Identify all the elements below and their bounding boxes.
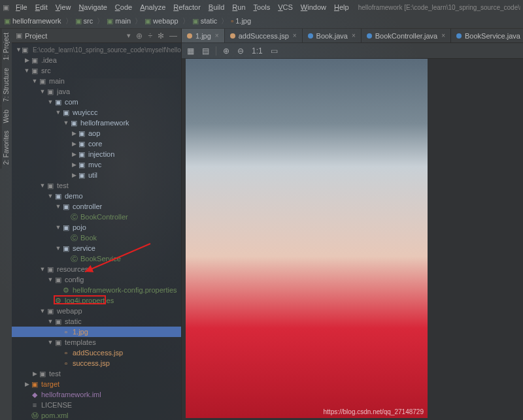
- close-icon[interactable]: ×: [441, 32, 445, 39]
- tree-node[interactable]: ⒸBookService: [12, 253, 181, 264]
- tree-node[interactable]: ▼▣pojo: [12, 222, 181, 233]
- expand-arrow-icon[interactable]: ▼: [39, 308, 46, 314]
- tree-node[interactable]: ▶▣util: [12, 170, 181, 180]
- tree-node[interactable]: ▼▣wuyiccc: [12, 107, 181, 118]
- expand-arrow-icon[interactable]: ▼: [16, 46, 22, 53]
- zoom-out-icon[interactable]: ⊖: [236, 45, 245, 57]
- tree-node[interactable]: ▫1.jpg: [12, 327, 181, 337]
- tree-node[interactable]: ▶▣.idea: [12, 55, 181, 65]
- target-icon[interactable]: ⊕: [136, 31, 143, 40]
- editor-tab[interactable]: BookService.java×: [451, 29, 523, 42]
- tree-node[interactable]: ⒸBookController: [12, 212, 181, 222]
- expand-arrow-icon[interactable]: ▼: [63, 120, 69, 126]
- zoom-in-icon[interactable]: ⊕: [222, 45, 231, 57]
- editor-tab[interactable]: Book.java×: [303, 29, 362, 42]
- menu-window[interactable]: Window: [297, 2, 330, 12]
- zoom-ratio[interactable]: 1:1: [250, 45, 264, 57]
- settings-icon[interactable]: ✻: [158, 31, 164, 40]
- editor-tab[interactable]: BookController.java×: [362, 29, 451, 42]
- tree-node[interactable]: ▫success.jsp: [12, 358, 181, 368]
- menu-code[interactable]: Code: [111, 2, 136, 12]
- expand-arrow-icon[interactable]: ▶: [71, 140, 77, 147]
- expand-arrow-icon[interactable]: ▼: [39, 88, 46, 95]
- fit-icon[interactable]: ▭: [269, 45, 279, 57]
- menu-run[interactable]: Run: [228, 2, 249, 12]
- tree-node[interactable]: ▼▣helloframework: [12, 118, 181, 128]
- menu-build[interactable]: Build: [205, 2, 228, 12]
- close-icon[interactable]: ×: [215, 32, 219, 39]
- project-label[interactable]: Project: [25, 32, 127, 40]
- expand-arrow-icon[interactable]: ▼: [31, 78, 38, 84]
- expand-arrow-icon[interactable]: ▼: [47, 276, 54, 283]
- close-icon[interactable]: ×: [293, 32, 297, 39]
- tree-node[interactable]: ≡LICENSE: [12, 400, 181, 410]
- hide-icon[interactable]: —: [169, 31, 177, 40]
- menu-edit[interactable]: Edit: [31, 2, 52, 12]
- editor-tab[interactable]: 1.jpg×: [182, 29, 225, 42]
- tree-node[interactable]: ▼▣main: [12, 76, 181, 86]
- tree-node[interactable]: ▼▣resources: [12, 264, 181, 274]
- breadcrumb-item[interactable]: 1.jpg: [235, 17, 251, 25]
- expand-arrow-icon[interactable]: ▼: [55, 109, 61, 116]
- expand-arrow-icon[interactable]: ▼: [24, 67, 30, 74]
- expand-arrow-icon[interactable]: ▶: [71, 161, 77, 168]
- expand-arrow-icon[interactable]: ▶: [71, 151, 77, 157]
- expand-arrow-icon[interactable]: ▶: [71, 130, 77, 137]
- menu-navigate[interactable]: Navigate: [75, 2, 110, 12]
- tree-node[interactable]: ▼▣com: [12, 97, 181, 107]
- tree-node[interactable]: ▶▣target: [12, 379, 181, 389]
- dropdown-icon[interactable]: ▾: [127, 31, 131, 40]
- breadcrumb-item[interactable]: src: [84, 17, 93, 25]
- expand-arrow-icon[interactable]: ▼: [39, 182, 46, 189]
- tool-project[interactable]: 1: Project: [1, 29, 11, 64]
- expand-arrow-icon[interactable]: ▶: [24, 381, 30, 387]
- editor-tab[interactable]: addSuccess.jsp×: [225, 29, 303, 42]
- expand-arrow-icon[interactable]: ▶: [31, 370, 38, 377]
- tree-node[interactable]: ⚙helloframework-config.properties: [12, 285, 181, 295]
- breadcrumb-item[interactable]: main: [115, 17, 131, 25]
- tree-node[interactable]: ▶▣core: [12, 138, 181, 149]
- bars-icon[interactable]: ▤: [201, 45, 211, 57]
- tree-node[interactable]: ▶▣test: [12, 368, 181, 379]
- close-icon[interactable]: ×: [352, 32, 356, 39]
- expand-arrow-icon[interactable]: ▼: [47, 193, 54, 199]
- menu-file[interactable]: File: [12, 2, 31, 12]
- menu-refactor[interactable]: Refactor: [169, 2, 205, 12]
- expand-arrow-icon[interactable]: ▼: [39, 266, 46, 272]
- expand-arrow-icon[interactable]: ▼: [55, 245, 61, 251]
- tree-node[interactable]: ◆helloframework.iml: [12, 389, 181, 400]
- tree-node[interactable]: ▼▣controller: [12, 201, 181, 212]
- tree-node[interactable]: ▼▣java: [12, 86, 181, 97]
- expand-arrow-icon[interactable]: ▶: [71, 172, 77, 178]
- collapse-icon[interactable]: ÷: [148, 31, 152, 40]
- tree-node[interactable]: ▼▣demo: [12, 191, 181, 201]
- breadcrumb-item[interactable]: webapp: [153, 17, 178, 25]
- tree-node[interactable]: Ⓜpom.xml: [12, 410, 181, 420]
- expand-arrow-icon[interactable]: ▼: [55, 224, 61, 231]
- menu-analyze[interactable]: Analyze: [136, 2, 169, 12]
- expand-arrow-icon[interactable]: ▶: [24, 57, 30, 63]
- tree-node[interactable]: ▼▣test: [12, 180, 181, 191]
- menu-help[interactable]: Help: [330, 2, 353, 12]
- tree-node[interactable]: ▼▣helloframeworkE:\code_learn\10_spring_…: [12, 44, 181, 55]
- tree-node[interactable]: ▶▣aop: [12, 128, 181, 138]
- tree-node[interactable]: ⒸBook: [12, 233, 181, 243]
- breadcrumb-item[interactable]: static: [201, 17, 218, 25]
- tool-favorites[interactable]: 2: Favorites: [1, 127, 11, 169]
- breadcrumb-item[interactable]: helloframework: [12, 17, 61, 25]
- tree-node[interactable]: ▶▣injection: [12, 149, 181, 159]
- menu-view[interactable]: View: [52, 2, 75, 12]
- tree-node[interactable]: ▼▣webapp: [12, 306, 181, 316]
- tree-node[interactable]: ▼▣service: [12, 243, 181, 253]
- menu-tools[interactable]: Tools: [250, 2, 275, 12]
- tree-node[interactable]: ⚙log4j.properties: [12, 295, 181, 306]
- project-tree[interactable]: ▼▣helloframeworkE:\code_learn\10_spring_…: [12, 43, 181, 420]
- expand-arrow-icon[interactable]: ▼: [47, 339, 54, 346]
- tree-node[interactable]: ▶▣mvc: [12, 159, 181, 170]
- tree-node[interactable]: ▼▣src: [12, 65, 181, 76]
- tree-node[interactable]: ▼▣templates: [12, 337, 181, 347]
- menu-vcs[interactable]: VCS: [274, 2, 297, 12]
- tool-web[interactable]: Web: [1, 106, 11, 127]
- tool-structure[interactable]: 7: Structure: [1, 64, 11, 106]
- grid-icon[interactable]: ▦: [186, 45, 195, 57]
